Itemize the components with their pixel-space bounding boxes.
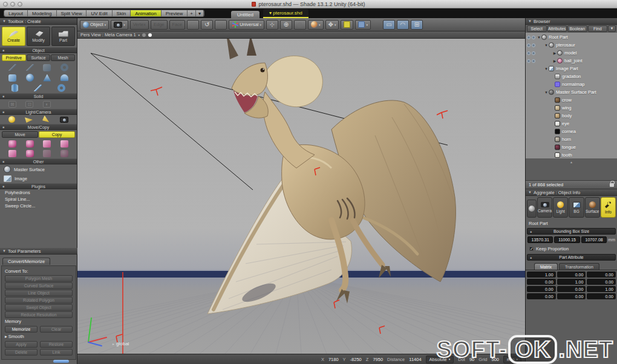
directional-light-icon[interactable] [41, 114, 51, 125]
matrix-cell[interactable]: 0.00 [557, 286, 586, 292]
universal-manipulator-button[interactable]: Universal▾ [229, 20, 264, 30]
perspective-viewport[interactable]: ▸global [77, 39, 525, 354]
camera-tool-button[interactable]: ▾ [111, 20, 128, 30]
transformation-tab[interactable]: Transformation [559, 263, 599, 270]
render-toggle-icon[interactable] [532, 44, 535, 47]
smooth-apply-button[interactable]: Apply [5, 341, 38, 348]
array-copy-icon[interactable] [60, 140, 68, 148]
tab-uv-edit[interactable]: UV Edit [87, 10, 112, 16]
select-region-button[interactable]: ⬚ [187, 20, 199, 30]
tab-skin[interactable]: Skin [113, 10, 131, 16]
tree-row-model[interactable]: ▶model [526, 49, 617, 57]
object-section-header[interactable]: ■Object [0, 47, 77, 53]
scale-copy-icon[interactable] [43, 140, 51, 148]
matrix-cell[interactable]: 0.00 [557, 271, 586, 278]
quad-view-button[interactable]: ⊞ [411, 20, 423, 30]
plugins-section-header[interactable]: ■Plugins [0, 183, 77, 189]
image-item[interactable]: Image [0, 174, 77, 183]
browser-tab-attributes[interactable]: Attributes [547, 25, 567, 32]
matrix-cell[interactable]: 0.00 [527, 279, 556, 285]
matrix-cell[interactable]: 0.00 [557, 293, 586, 299]
tree-row-cornea[interactable]: cornea [526, 128, 617, 135]
info-tab[interactable]: Info [601, 197, 616, 218]
render-toggle-icon[interactable] [532, 36, 535, 39]
other-section-header[interactable]: ■Other [0, 158, 77, 164]
matrix-cell[interactable]: 0.00 [587, 271, 616, 278]
rectangle-tool-icon[interactable] [43, 64, 51, 71]
bbox-z-field[interactable]: 10707.08 [581, 236, 607, 243]
doc-tab-untitled[interactable]: Untitled [231, 11, 260, 18]
tree-row-master-surface-part[interactable]: ▼Master Surface Part [526, 88, 617, 96]
tree-row-normalmap[interactable]: normalmap [526, 80, 617, 88]
convert-line-object-button[interactable]: Line Object [5, 290, 73, 296]
master-surface-item[interactable]: Master Surface [0, 164, 77, 174]
path-copy-icon[interactable] [60, 150, 68, 157]
clear-button[interactable]: Clear [40, 326, 73, 333]
tree-row-horn[interactable]: horn [526, 135, 617, 143]
camera-object-icon[interactable] [60, 117, 68, 123]
bg-info-tab[interactable]: BG [569, 197, 584, 218]
plane-primitive-icon[interactable] [34, 85, 42, 91]
numeric-copy-icon[interactable] [43, 150, 51, 157]
visibility-toggle-icon[interactable] [527, 36, 530, 39]
mirror-copy-icon[interactable] [8, 150, 16, 157]
render-toggle-icon[interactable] [532, 51, 535, 55]
circle-tool-icon[interactable] [60, 63, 68, 71]
plugin-polyhedrons[interactable]: Polyhedrons [0, 189, 77, 196]
scroll-up-icon[interactable]: ▴ [570, 160, 572, 164]
tree-row-eye[interactable]: eye [526, 120, 617, 128]
edge-mode-button[interactable]: Edge [151, 20, 168, 30]
part-mode-button[interactable]: Part [51, 27, 75, 46]
plane-tool-button[interactable]: ▱ [215, 20, 227, 30]
browser-tab-boolean[interactable]: Boolean [567, 25, 587, 32]
matrix-cell[interactable]: 1.00 [557, 279, 586, 285]
tree-row-pterosaur[interactable]: ▼pterosaur [526, 41, 617, 49]
tab-animation[interactable]: Animation [131, 10, 162, 16]
joint-info-tab[interactable] [527, 200, 537, 218]
matrix-cell[interactable]: 1.00 [527, 271, 556, 278]
cylinder-primitive-icon[interactable] [11, 84, 18, 92]
matrix-cell[interactable]: 0.00 [587, 279, 616, 285]
keep-proportion-checkbox[interactable]: ✓ [529, 247, 534, 251]
tree-row-tongue[interactable]: tongue [526, 143, 617, 151]
shaded-toggle-icon[interactable] [148, 33, 152, 37]
point-light-icon[interactable] [8, 116, 15, 123]
mesh-tab[interactable]: Mesh [51, 54, 75, 61]
tab-split-view[interactable]: Split View [57, 10, 87, 16]
single-view-button[interactable]: ▭ [383, 20, 395, 30]
tree-row-root-part[interactable]: ▼Root Part [526, 33, 617, 41]
polyline-tool-icon[interactable] [26, 64, 34, 71]
surface-info-tab[interactable]: Surface [585, 197, 600, 218]
boolean-intersect-icon[interactable]: ◖ [43, 101, 51, 108]
tree-row-ball-joint[interactable]: ▶ball_joint [526, 57, 617, 65]
wireframe-toggle-icon[interactable] [142, 33, 146, 37]
camera-view-button[interactable]: ◠ [397, 20, 409, 30]
visibility-toggle-icon[interactable] [527, 51, 530, 55]
object-mode-button[interactable]: Object▾ [80, 20, 109, 30]
pan-view-button[interactable]: ✥▾ [325, 20, 339, 30]
bbox-x-field[interactable]: 13570.31 [527, 236, 553, 243]
filter-funnel-icon[interactable]: ▼ [608, 25, 616, 32]
part-attribute-section-header[interactable]: ■Part Attribute [527, 254, 616, 261]
visibility-toggle-icon[interactable] [527, 59, 530, 63]
matrix-cell[interactable]: 0.00 [587, 293, 616, 299]
boolean-subtract-icon[interactable]: ⊡ [25, 101, 33, 108]
toolbox-header[interactable]: ▼Toolbox : Create [0, 18, 77, 25]
cube-primitive-icon[interactable] [8, 74, 16, 82]
tree-row-body[interactable]: body [526, 112, 617, 120]
smooth-delete-button[interactable]: Delete [5, 349, 38, 356]
plugin-spiral-line[interactable]: Spiral Line... [0, 196, 77, 203]
browser-tab-select[interactable]: Select [527, 25, 547, 32]
tree-row-crow[interactable]: crow [526, 96, 617, 104]
tree-row-image-part[interactable]: ▼Image Part [526, 65, 617, 73]
sphere-primitive-icon[interactable] [26, 74, 34, 82]
cone-primitive-icon[interactable] [43, 74, 51, 82]
coordinate-space-selector[interactable]: ▸global [113, 341, 129, 346]
primitive-tab[interactable]: Primitive [2, 54, 26, 61]
add-workspace-button[interactable]: + [188, 10, 196, 16]
move-tab[interactable]: Move [2, 131, 38, 138]
pivot-button[interactable]: ⊕ [280, 20, 292, 30]
browser-tab-find[interactable]: Find [588, 25, 608, 32]
vertex-mode-button[interactable]: Vertex [130, 20, 149, 30]
tree-row-tooth[interactable]: tooth [526, 151, 617, 158]
